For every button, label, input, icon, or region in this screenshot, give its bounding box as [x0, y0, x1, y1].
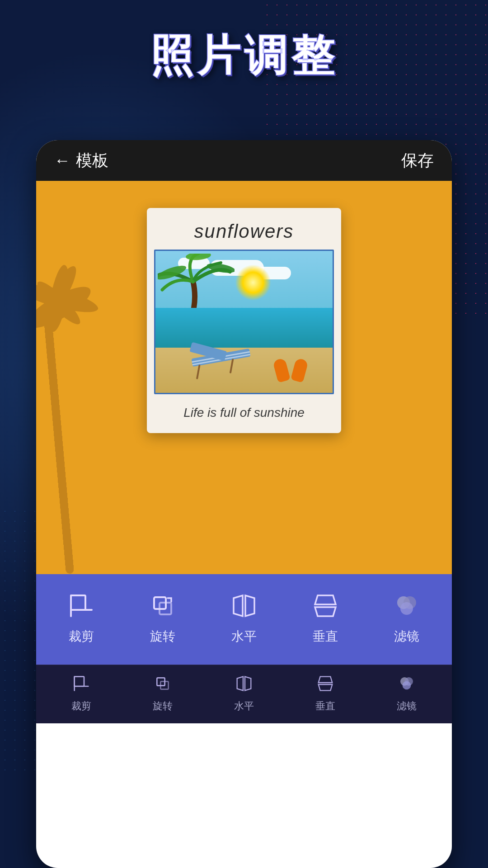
svg-point-26: [400, 602, 413, 615]
svg-marker-21: [245, 595, 254, 616]
svg-marker-32: [237, 677, 243, 691]
toolbar: 裁剪 旋转 水平: [36, 574, 452, 665]
rotate-label: 旋转: [150, 628, 175, 645]
nav-filter[interactable]: 滤镜: [366, 675, 447, 713]
vertical-icon: [313, 594, 338, 622]
save-button[interactable]: 保存: [401, 150, 434, 172]
tool-vertical[interactable]: 垂直: [285, 594, 366, 645]
bottom-nav: 裁剪 旋转 水平: [36, 665, 452, 723]
nav-rotate-icon: [155, 675, 171, 696]
tool-crop[interactable]: 裁剪: [41, 594, 122, 645]
flipflop-right: [291, 358, 309, 383]
filter-label: 滤镜: [394, 628, 419, 645]
nav-crop-label: 裁剪: [71, 699, 91, 713]
nav-horizontal-icon: [236, 675, 252, 696]
svg-marker-33: [245, 677, 251, 691]
back-label: 模板: [76, 150, 108, 172]
tool-filter[interactable]: 滤镜: [366, 594, 447, 645]
nav-horizontal-label: 水平: [234, 699, 254, 713]
svg-line-13: [195, 365, 202, 378]
rotate-icon: [150, 594, 175, 622]
nav-vertical-label: 垂直: [315, 699, 335, 713]
svg-point-8: [185, 254, 211, 261]
phone-mockup: ← 模板 保存 sunflowers: [36, 140, 452, 868]
card-image: [154, 250, 334, 394]
nav-rotate[interactable]: 旋转: [122, 675, 203, 713]
nav-filter-icon: [399, 675, 415, 696]
back-arrow-icon: ←: [54, 151, 70, 170]
sun-glow: [235, 264, 271, 301]
svg-point-38: [403, 681, 411, 690]
svg-marker-34: [319, 677, 333, 683]
horizontal-icon: [232, 594, 256, 622]
svg-line-14: [228, 359, 235, 372]
horizontal-label: 水平: [231, 628, 257, 645]
nav-filter-label: 滤镜: [397, 699, 417, 713]
page-title: 照片调整: [0, 27, 488, 86]
canvas-area: sunflowers: [36, 181, 452, 574]
nav-vertical-icon: [317, 675, 333, 696]
tool-horizontal[interactable]: 水平: [203, 594, 285, 645]
flipflops: [275, 359, 306, 382]
svg-rect-27: [75, 677, 84, 686]
nav-rotate-label: 旋转: [153, 699, 173, 713]
vertical-label: 垂直: [313, 628, 338, 645]
phone-topbar: ← 模板 保存: [36, 140, 452, 181]
tool-rotate[interactable]: 旋转: [122, 594, 203, 645]
svg-marker-35: [319, 684, 333, 690]
palm-shadow-icon: [36, 181, 117, 574]
lounge-chair-icon: [188, 340, 260, 380]
nav-vertical[interactable]: 垂直: [285, 675, 366, 713]
crop-icon: [69, 594, 94, 622]
card-title: sunflowers: [147, 208, 341, 250]
crop-label: 裁剪: [69, 628, 94, 645]
photo-card: sunflowers: [147, 208, 341, 433]
nav-crop[interactable]: 裁剪: [41, 675, 122, 713]
svg-marker-23: [315, 607, 336, 616]
flipflop-left: [272, 358, 291, 383]
nav-crop-icon: [73, 675, 89, 696]
svg-marker-22: [315, 595, 336, 604]
filter-icon: [394, 594, 419, 622]
svg-rect-15: [71, 595, 85, 610]
svg-rect-0: [44, 316, 75, 574]
back-button[interactable]: ← 模板: [54, 150, 108, 172]
svg-marker-20: [234, 595, 243, 616]
card-subtitle: Life is full of sunshine: [147, 394, 341, 433]
nav-horizontal[interactable]: 水平: [203, 675, 285, 713]
